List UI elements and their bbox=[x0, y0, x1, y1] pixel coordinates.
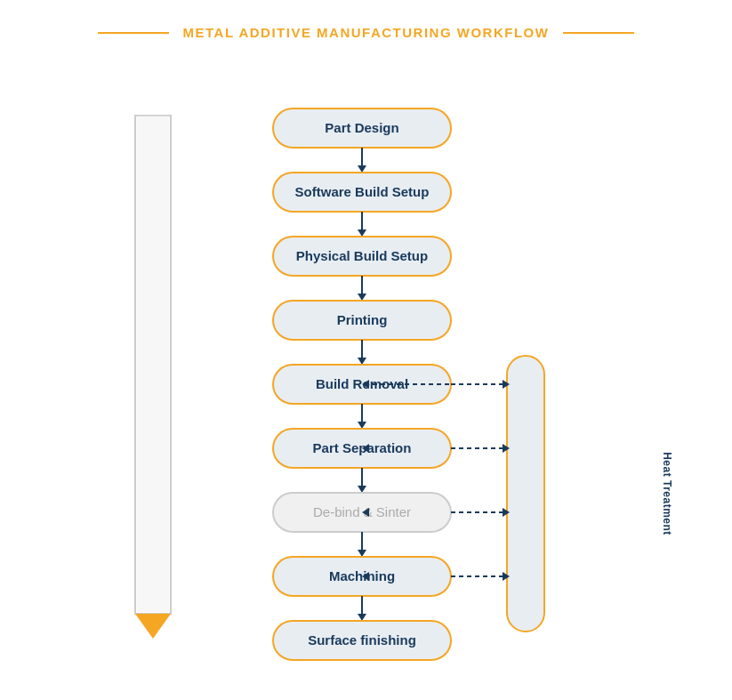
build-removal-label: Build Removal bbox=[316, 376, 408, 391]
svg-rect-3 bbox=[273, 109, 451, 148]
svg-rect-18 bbox=[273, 429, 451, 468]
svg-marker-14 bbox=[358, 358, 366, 365]
svg-rect-12 bbox=[273, 301, 451, 340]
svg-marker-17 bbox=[358, 422, 366, 429]
surface-finishing-label: Surface finishing bbox=[308, 632, 416, 648]
debind-sinter-label: De-bind & Sinter bbox=[313, 504, 411, 519]
svg-marker-23 bbox=[358, 550, 366, 557]
software-build-setup-label: Software Build Setup bbox=[295, 184, 430, 199]
svg-marker-32 bbox=[362, 380, 369, 389]
svg-marker-37 bbox=[503, 508, 510, 517]
title-line-right bbox=[563, 32, 634, 34]
svg-rect-1 bbox=[137, 116, 169, 612]
svg-marker-11 bbox=[358, 294, 366, 301]
svg-rect-27 bbox=[273, 621, 451, 660]
page-title: METAL ADDITIVE MANUFACTURING WORKFLOW bbox=[183, 25, 550, 40]
svg-marker-35 bbox=[362, 444, 369, 453]
printing-label: Printing bbox=[337, 312, 388, 327]
physical-build-setup-label: Physical Build Setup bbox=[296, 248, 428, 263]
page-container: METAL ADDITIVE MANUFACTURING WORKFLOW Qu… bbox=[0, 0, 732, 700]
svg-rect-15 bbox=[273, 365, 451, 404]
title-line-left bbox=[98, 32, 169, 34]
part-design-label: Part Design bbox=[325, 120, 398, 135]
heat-treatment-label: Heat Treatment bbox=[661, 452, 673, 535]
svg-marker-2 bbox=[135, 614, 171, 639]
svg-marker-31 bbox=[503, 380, 510, 389]
svg-rect-21 bbox=[273, 493, 451, 532]
svg-marker-20 bbox=[358, 486, 366, 493]
svg-marker-34 bbox=[503, 444, 510, 453]
svg-marker-5 bbox=[358, 165, 366, 173]
svg-rect-9 bbox=[273, 237, 451, 276]
svg-marker-8 bbox=[358, 229, 366, 237]
svg-rect-6 bbox=[273, 173, 451, 212]
machining-label: Machining bbox=[329, 568, 395, 583]
title-area: METAL ADDITIVE MANUFACTURING WORKFLOW bbox=[0, 0, 732, 40]
svg-marker-41 bbox=[362, 572, 369, 581]
svg-marker-26 bbox=[358, 614, 366, 621]
svg-rect-28 bbox=[507, 356, 544, 632]
diagram-svg: Quality Assurance (QA) Part Design Softw… bbox=[0, 0, 732, 700]
part-separation-label: Part Separation bbox=[313, 440, 412, 455]
svg-marker-38 bbox=[362, 508, 369, 517]
svg-marker-40 bbox=[503, 572, 510, 581]
svg-rect-24 bbox=[273, 557, 451, 596]
svg-rect-0 bbox=[135, 116, 171, 614]
